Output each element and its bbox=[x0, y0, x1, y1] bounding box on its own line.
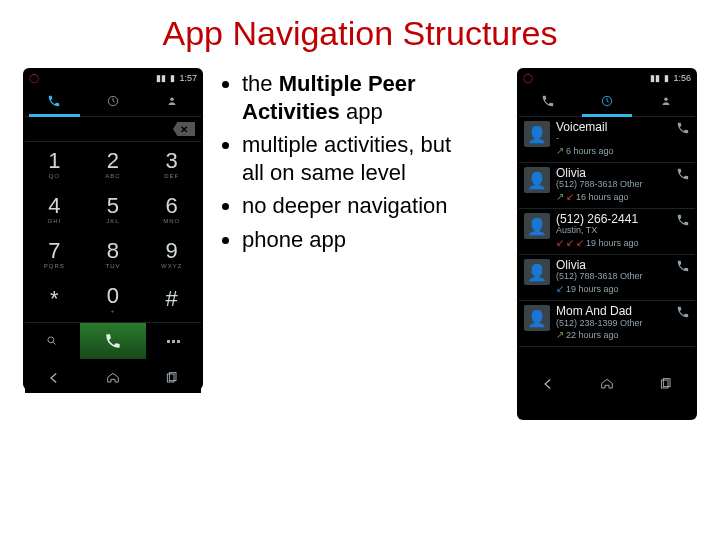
battery-icon: ▮ bbox=[170, 73, 175, 83]
call-number: (512) 788-3618 Other bbox=[556, 180, 672, 190]
key-star[interactable]: * bbox=[25, 277, 84, 322]
nav-home[interactable] bbox=[102, 367, 124, 389]
avatar: 👤 bbox=[524, 213, 550, 239]
signal-icon: ▮▮ bbox=[650, 73, 660, 83]
dial-back-button[interactable] bbox=[672, 167, 690, 183]
status-bar: ◯ ▮▮ ▮ 1:57 bbox=[25, 70, 201, 86]
bullet-1: the Multiple Peer Activities app bbox=[242, 70, 452, 125]
nav-recents[interactable] bbox=[655, 373, 677, 395]
clock-icon bbox=[599, 94, 615, 108]
call-log-list[interactable]: 👤 Voicemail - ↗6 hours ago 👤 Olivia (512… bbox=[519, 117, 695, 365]
outgoing-icon: ↗ bbox=[556, 191, 564, 203]
system-nav-bar bbox=[25, 363, 201, 393]
outgoing-icon: ↗ bbox=[556, 145, 564, 157]
phone-icon bbox=[104, 332, 122, 350]
bullet-3: no deeper navigation bbox=[242, 192, 452, 220]
missed-icon: ↙ bbox=[566, 191, 574, 203]
overflow-icon bbox=[167, 340, 180, 343]
signal-icon: ▮▮ bbox=[156, 73, 166, 83]
call-number: (512) 238-1399 Other bbox=[556, 319, 672, 329]
avatar: 👤 bbox=[524, 305, 550, 331]
call-time: 19 hours ago bbox=[586, 238, 639, 249]
tab-dialer[interactable] bbox=[519, 86, 578, 116]
overflow-button[interactable] bbox=[146, 323, 201, 359]
call-button[interactable] bbox=[80, 323, 147, 359]
call-row[interactable]: 👤 Mom And Dad (512) 238-1399 Other ↗22 h… bbox=[519, 301, 695, 347]
person-icon bbox=[658, 94, 674, 108]
call-name: Mom And Dad bbox=[556, 305, 672, 318]
sim-icon: ◯ bbox=[29, 73, 39, 83]
tab-recents[interactable] bbox=[84, 86, 143, 116]
bullet-4: phone app bbox=[242, 226, 452, 254]
call-number: - bbox=[556, 134, 672, 144]
svg-point-6 bbox=[664, 98, 668, 102]
call-name: Voicemail bbox=[556, 121, 672, 134]
system-nav-bar bbox=[519, 369, 695, 399]
nav-recents[interactable] bbox=[161, 367, 183, 389]
nav-back[interactable] bbox=[43, 367, 65, 389]
dial-back-button[interactable] bbox=[672, 305, 690, 321]
key-9[interactable]: 9WXYZ bbox=[142, 232, 201, 277]
call-number: Austin, TX bbox=[556, 226, 672, 236]
search-icon bbox=[45, 334, 59, 348]
person-icon bbox=[164, 94, 180, 108]
call-time: 6 hours ago bbox=[566, 146, 614, 157]
top-tabs bbox=[519, 86, 695, 117]
missed-icon: ↙ bbox=[566, 237, 574, 249]
dial-back-button[interactable] bbox=[672, 213, 690, 229]
battery-icon: ▮ bbox=[664, 73, 669, 83]
call-row[interactable]: 👤 Olivia (512) 788-3618 Other ↙19 hours … bbox=[519, 255, 695, 301]
key-2[interactable]: 2ABC bbox=[84, 142, 143, 187]
svg-point-2 bbox=[48, 337, 54, 343]
svg-point-1 bbox=[170, 98, 174, 102]
dial-back-button[interactable] bbox=[672, 121, 690, 137]
dial-back-button[interactable] bbox=[672, 259, 690, 275]
avatar: 👤 bbox=[524, 259, 550, 285]
call-row[interactable]: 👤 Olivia (512) 788-3618 Other ↗↙16 hours… bbox=[519, 163, 695, 209]
nav-back[interactable] bbox=[537, 373, 559, 395]
dialpad: 1QO 2ABC 3DEF 4GHI 5JKL 6MNO 7PQRS 8TUV … bbox=[25, 142, 201, 322]
status-time: 1:56 bbox=[673, 73, 691, 83]
search-button[interactable] bbox=[25, 323, 80, 359]
key-4[interactable]: 4GHI bbox=[25, 187, 84, 232]
missed-icon: ↙ bbox=[576, 237, 584, 249]
nav-home[interactable] bbox=[596, 373, 618, 395]
missed-icon: ↙ bbox=[556, 237, 564, 249]
key-7[interactable]: 7PQRS bbox=[25, 232, 84, 277]
tab-contacts[interactable] bbox=[142, 86, 201, 116]
key-8[interactable]: 8TUV bbox=[84, 232, 143, 277]
key-5[interactable]: 5JKL bbox=[84, 187, 143, 232]
avatar: 👤 bbox=[524, 167, 550, 193]
clock-icon bbox=[105, 94, 121, 108]
slide-title: App Navigation Structures bbox=[0, 14, 720, 53]
screenshot-dialer: ◯ ▮▮ ▮ 1:57 ✕ 1QO 2ABC 3DEF 4GHI 5JKL 6M… bbox=[25, 70, 201, 388]
call-time: 22 hours ago bbox=[566, 330, 619, 341]
call-time: 16 hours ago bbox=[576, 192, 629, 203]
backspace-button[interactable]: ✕ bbox=[173, 122, 195, 136]
phone-icon bbox=[540, 94, 556, 108]
tab-recents[interactable] bbox=[578, 86, 637, 116]
tab-contacts[interactable] bbox=[636, 86, 695, 116]
top-tabs bbox=[25, 86, 201, 117]
key-hash[interactable]: # bbox=[142, 277, 201, 322]
bullet-list: the Multiple Peer Activities app multipl… bbox=[222, 70, 452, 259]
call-row[interactable]: 👤 (512) 266-2441 Austin, TX ↙↙↙19 hours … bbox=[519, 209, 695, 255]
key-3[interactable]: 3DEF bbox=[142, 142, 201, 187]
key-1[interactable]: 1QO bbox=[25, 142, 84, 187]
action-row bbox=[25, 322, 201, 359]
number-display: ✕ bbox=[25, 117, 201, 142]
status-time: 1:57 bbox=[179, 73, 197, 83]
key-6[interactable]: 6MNO bbox=[142, 187, 201, 232]
outgoing-icon: ↗ bbox=[556, 329, 564, 341]
screenshot-call-log: ◯ ▮▮ ▮ 1:56 👤 Voicemail - ↗6 hours a bbox=[519, 70, 695, 418]
tab-dialer[interactable] bbox=[25, 86, 84, 116]
incoming-icon: ↙ bbox=[556, 283, 564, 295]
call-number: (512) 788-3618 Other bbox=[556, 272, 672, 282]
status-bar: ◯ ▮▮ ▮ 1:56 bbox=[519, 70, 695, 86]
key-0[interactable]: 0+ bbox=[84, 277, 143, 322]
avatar: 👤 bbox=[524, 121, 550, 147]
sim-icon: ◯ bbox=[523, 73, 533, 83]
bullet-2: multiple activities, but all on same lev… bbox=[242, 131, 452, 186]
call-row[interactable]: 👤 Voicemail - ↗6 hours ago bbox=[519, 117, 695, 163]
call-time: 19 hours ago bbox=[566, 284, 619, 295]
